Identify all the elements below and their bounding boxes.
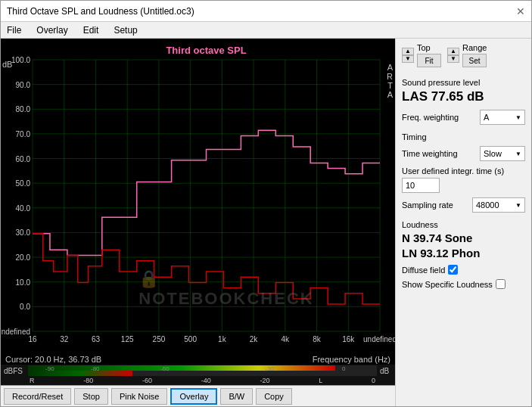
cursor-text: Cursor: 20.0 Hz, 36.73 dB — [5, 355, 101, 364]
timing-title: Timing — [402, 132, 525, 141]
main-content: 🔒 NOTEBOOKCHECK Cursor: 20.0 Hz, 36.73 d… — [1, 39, 531, 406]
menu-overlay[interactable]: Overlay — [33, 23, 70, 37]
chart-wrapper: 🔒 NOTEBOOKCHECK — [1, 39, 395, 354]
sampling-rate-label: Sampling rate — [402, 200, 453, 210]
time-weighting-dropdown[interactable]: Slow ▼ — [480, 146, 525, 161]
sampling-rate-row: Sampling rate 48000 ▼ — [402, 197, 525, 213]
meter-db-label: dB — [380, 367, 392, 375]
channel-l: L — [319, 377, 322, 384]
diffuse-field-label: Diffuse field — [402, 266, 445, 275]
fit-button[interactable]: Fit — [417, 54, 441, 67]
timing-section: Timing — [402, 129, 525, 141]
channel-row: R -80 -60 -40 -20 L 0 — [1, 377, 395, 385]
buttons-row: Record/Reset Stop Pink Noise Overlay B/W… — [1, 385, 395, 406]
top-spin: ▲ ▼ — [402, 48, 414, 63]
freq-weighting-row: Freq. weighting A ▼ — [402, 110, 525, 125]
spl-value: LAS 77.65 dB — [402, 89, 525, 105]
set-button[interactable]: Set — [462, 54, 487, 67]
diffuse-field-row: Diffuse field — [402, 265, 525, 275]
show-specific-checkbox[interactable] — [496, 279, 506, 289]
loudness-value2: LN 93.12 Phon — [402, 246, 525, 261]
range-spin: ▲ ▼ — [447, 48, 459, 63]
menu-edit[interactable]: Edit — [80, 23, 102, 37]
time-weighting-arrow: ▼ — [515, 151, 521, 157]
meter-bar-top: -90 -80 -60 -30 0 — [28, 365, 377, 376]
range-label: Range — [462, 43, 487, 52]
chart-canvas — [1, 39, 395, 354]
loudness-section: Loudness N 39.74 Sone LN 93.12 Phon — [402, 217, 525, 260]
bw-button[interactable]: B/W — [220, 388, 253, 405]
menu-bar: File Overlay Edit Setup — [1, 22, 531, 39]
top-controls: ▲ ▼ Top Fit ▲ ▼ Range Set — [402, 43, 525, 67]
stop-button[interactable]: Stop — [74, 388, 108, 405]
meter-fill-left — [28, 365, 335, 371]
range-up-button[interactable]: ▲ — [447, 48, 459, 55]
freq-weighting-arrow: ▼ — [515, 114, 521, 121]
freq-band-text: Frequency band (Hz) — [313, 355, 390, 364]
sampling-rate-dropdown[interactable]: 48000 ▼ — [472, 197, 525, 213]
record-reset-button[interactable]: Record/Reset — [4, 388, 71, 405]
user-integr-input[interactable] — [402, 178, 440, 193]
meter-row-top: dBFS -90 -80 -60 -30 0 dB — [1, 365, 395, 377]
freq-weighting-label: Freq. weighting — [402, 113, 459, 122]
main-window: Third Octave SPL and Loudness (Untitled.… — [0, 0, 532, 407]
meter-fill-right — [28, 371, 132, 376]
time-weighting-label: Time weighting — [402, 149, 458, 158]
time-weighting-row: Time weighting Slow ▼ — [402, 146, 525, 161]
chart-area: 🔒 NOTEBOOKCHECK Cursor: 20.0 Hz, 36.73 d… — [1, 39, 395, 406]
user-integr-row: User defined integr. time (s) — [402, 166, 525, 193]
cursor-info-row: Cursor: 20.0 Hz, 36.73 dB Frequency band… — [1, 354, 395, 365]
show-specific-label: Show Specific Loudness — [402, 280, 493, 289]
meter-dbfs-label: dBFS — [4, 367, 25, 375]
overlay-button[interactable]: Overlay — [170, 388, 217, 405]
diffuse-field-checkbox[interactable] — [448, 265, 458, 275]
pink-noise-button[interactable]: Pink Noise — [111, 388, 168, 405]
range-set-group: ▲ ▼ Range Set — [447, 43, 487, 67]
top-down-button[interactable]: ▼ — [402, 55, 414, 63]
sidebar: ▲ ▼ Top Fit ▲ ▼ Range Set — [395, 39, 531, 406]
menu-setup[interactable]: Setup — [110, 23, 140, 37]
freq-weighting-dropdown[interactable]: A ▼ — [480, 110, 525, 125]
menu-file[interactable]: File — [4, 23, 24, 37]
sampling-rate-arrow: ▼ — [515, 202, 521, 209]
title-bar: Third Octave SPL and Loudness (Untitled.… — [1, 1, 531, 22]
top-fit-group: ▲ ▼ Top Fit — [402, 43, 441, 67]
range-down-button[interactable]: ▼ — [447, 55, 459, 63]
window-title: Third Octave SPL and Loudness (Untitled.… — [7, 6, 194, 17]
loudness-title: Loudness — [402, 220, 525, 229]
spl-section: Sound pressure level LAS 77.65 dB — [402, 75, 525, 105]
channel-ticks: R -80 -60 -40 -20 L 0 — [28, 377, 377, 384]
top-up-button[interactable]: ▲ — [402, 48, 414, 55]
user-integr-label: User defined integr. time (s) — [402, 166, 525, 176]
channel-r: R — [30, 377, 35, 384]
copy-button[interactable]: Copy — [256, 388, 292, 405]
close-button[interactable]: ✕ — [516, 5, 525, 17]
loudness-value1: N 39.74 Sone — [402, 231, 525, 246]
top-label: Top — [417, 43, 441, 52]
spl-section-title: Sound pressure level — [402, 78, 525, 87]
show-specific-row: Show Specific Loudness — [402, 279, 525, 289]
